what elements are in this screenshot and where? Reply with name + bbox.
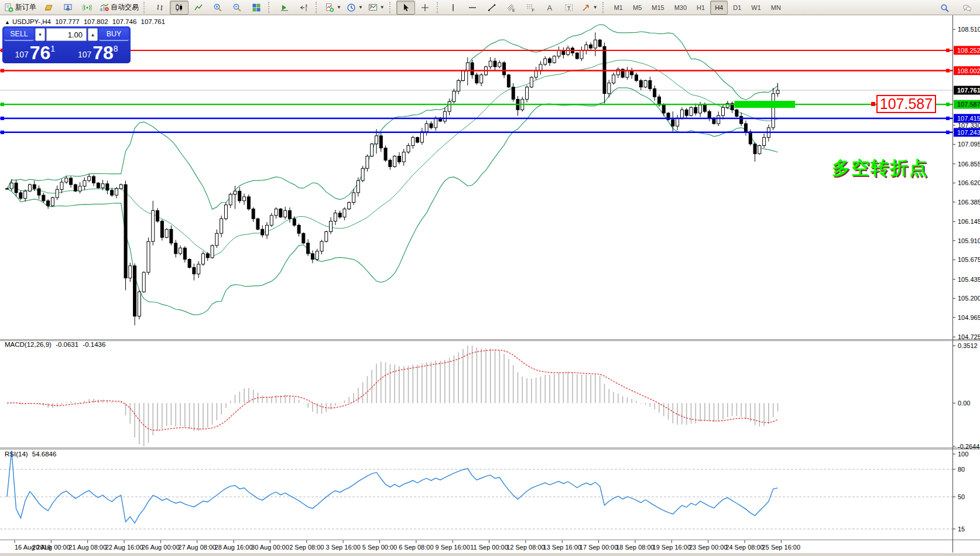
price-axis-tick-label: 105.435	[958, 276, 980, 283]
macd-signal-line	[7, 350, 778, 430]
channel-button[interactable]: E	[502, 1, 520, 15]
text-label-button[interactable]: T	[560, 1, 578, 15]
buy-button[interactable]: BUY	[99, 28, 129, 41]
search-icon	[940, 4, 950, 13]
volume-increase-button[interactable]: ▲	[88, 28, 98, 41]
templates-button[interactable]: ▼	[366, 1, 387, 15]
candlestick-chart-button[interactable]	[170, 1, 189, 15]
trendline-button[interactable]	[482, 1, 501, 15]
toolbar-separator	[268, 2, 272, 13]
volume-decrease-button[interactable]: ▼	[35, 28, 45, 41]
close-value: 107.761	[141, 18, 166, 25]
chevron-down-icon: ▼	[358, 5, 363, 10]
auto-scroll-button[interactable]	[275, 1, 294, 15]
buy-price-prefix: 107	[78, 50, 91, 59]
volume-input[interactable]: 1.00	[46, 28, 87, 41]
trendline-icon	[487, 3, 496, 12]
vertical-line-button[interactable]	[444, 1, 462, 15]
bar-chart-button[interactable]	[150, 1, 169, 15]
chevron-down-icon: ▼	[337, 5, 341, 10]
channel-icon: E	[506, 3, 516, 12]
buy-price-button[interactable]: 107788	[67, 42, 129, 62]
sell-button[interactable]: SELL	[4, 28, 34, 41]
collapse-panel-arrow-icon[interactable]: ▲	[5, 19, 10, 25]
macd-axis-tick-label: 0.3512	[958, 342, 978, 349]
zoom-in-button[interactable]	[208, 1, 227, 15]
time-axis-label: 18 Sep 08:00	[616, 544, 654, 551]
fibonacci-button[interactable]: F	[521, 1, 540, 15]
rsi-axis-tick-label: 15	[958, 526, 965, 533]
sell-price-prefix: 107	[15, 50, 28, 59]
price-annotation-box[interactable]: 107.587	[876, 95, 936, 113]
time-axis-label: 30 Aug 00:00	[251, 544, 289, 551]
time-axis-label: 12 Sep 08:00	[506, 544, 544, 551]
sell-price-big: 76	[30, 44, 51, 62]
horizontal-line-button[interactable]	[463, 1, 482, 15]
crosshair-button[interactable]	[416, 1, 434, 15]
time-axis-label: 9 Sep 16:00	[436, 544, 470, 551]
symbol-period-label: USDJPY-,H4	[12, 18, 51, 25]
new-order-button[interactable]: 新订单	[2, 1, 39, 15]
auto-trading-label: 自动交易	[111, 2, 139, 12]
rsi-name: RSI(14)	[5, 451, 28, 458]
timeframe-button-M15[interactable]: M15	[647, 1, 669, 15]
auto-trading-button[interactable]: 自动交易	[97, 1, 141, 15]
chart-shift-icon	[299, 3, 309, 12]
text-label-icon: T	[564, 3, 574, 12]
candlestick-series	[6, 32, 780, 325]
auto-scroll-icon	[280, 3, 289, 12]
timeframe-button-MN[interactable]: MN	[766, 1, 786, 15]
line-chart-button[interactable]	[189, 1, 208, 15]
rsi-axis-tick-label: 50	[958, 493, 965, 500]
periods-button[interactable]: ▼	[344, 1, 365, 15]
timeframe-button-W1[interactable]: W1	[746, 1, 766, 15]
chart-canvas[interactable]: 108.252108.002107.587107.415107.243107.7…	[0, 0, 980, 556]
chat-button[interactable]	[958, 1, 976, 15]
zoom-out-button[interactable]	[228, 1, 246, 15]
timeframe-toolbar: M1M5M15M30H1H4D1W1MN	[609, 1, 786, 15]
timeframe-button-D1[interactable]: D1	[728, 1, 746, 15]
new-order-label: 新订单	[15, 2, 36, 12]
indicators-icon	[325, 3, 334, 12]
chart-shift-button[interactable]	[294, 1, 313, 15]
rsi-value: 54.6846	[32, 451, 57, 458]
sell-price-button[interactable]: 107761	[4, 42, 66, 62]
svg-text:107.761: 107.761	[957, 87, 980, 94]
text-button[interactable]: A	[540, 1, 559, 15]
toolbar-separator	[602, 2, 606, 13]
cursor-button[interactable]	[396, 1, 415, 15]
open-value: 107.777	[55, 18, 80, 25]
timeframe-button-M1[interactable]: M1	[609, 1, 628, 15]
buy-price-big: 78	[92, 44, 114, 62]
timeframe-button-H4[interactable]: H4	[710, 1, 728, 15]
profile-icon	[63, 3, 73, 12]
signals-button[interactable]	[78, 1, 97, 15]
search-button[interactable]	[936, 1, 954, 15]
svg-text:A: A	[547, 4, 552, 12]
mt4-window: 新订单 自动交易	[0, 0, 980, 556]
timeframe-button-M30[interactable]: M30	[670, 1, 691, 15]
timeframe-button-H1[interactable]: H1	[692, 1, 710, 15]
time-axis-label: 23 Sep 00:00	[689, 544, 727, 551]
crosshair-icon	[420, 3, 430, 12]
arrows-icon	[581, 3, 591, 12]
price-axis-tick-label: 107.330	[958, 122, 980, 129]
arrows-button[interactable]: ▼	[579, 1, 600, 15]
indicators-button[interactable]: ▼	[323, 1, 344, 15]
toolbar-right-group	[936, 1, 976, 15]
history-center-button[interactable]	[39, 1, 58, 15]
time-axis-label: 3 Sep 16:00	[325, 544, 360, 551]
tile-windows-button[interactable]	[247, 1, 266, 15]
timeframe-button-M5[interactable]: M5	[628, 1, 646, 15]
highlight-rectangle[interactable]	[735, 101, 796, 108]
text-icon: A	[545, 3, 554, 12]
svg-text:108.252: 108.252	[957, 47, 980, 54]
new-order-icon	[4, 3, 13, 12]
bar-chart-icon	[155, 3, 165, 12]
line-handle[interactable]	[871, 102, 875, 106]
profile-button[interactable]	[59, 1, 77, 15]
svg-text:107.587: 107.587	[957, 101, 980, 108]
horizontal-line-icon	[468, 3, 477, 12]
svg-text:107.243: 107.243	[957, 129, 980, 136]
zoom-out-icon	[232, 3, 242, 12]
